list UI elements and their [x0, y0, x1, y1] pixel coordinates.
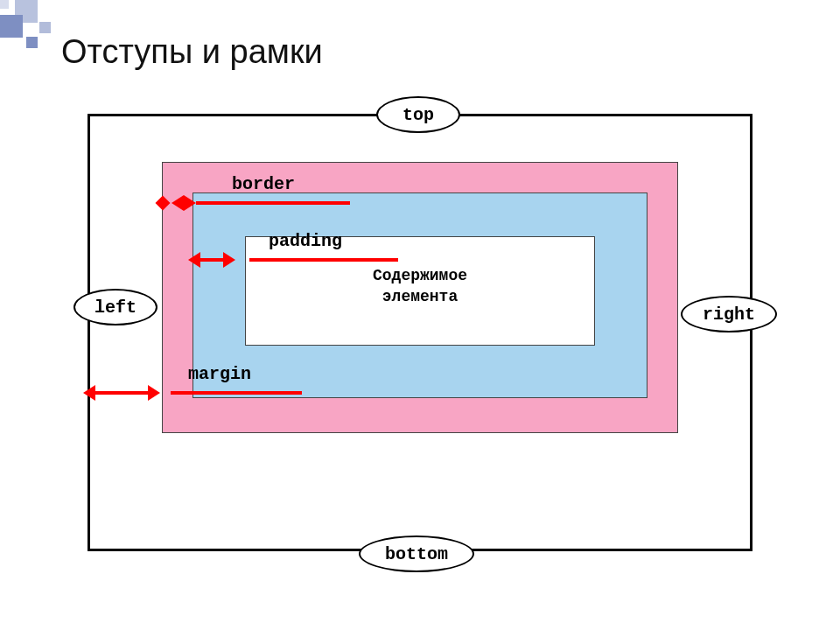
- side-right-text: right: [703, 304, 755, 325]
- content-text: Содержимое элемента: [246, 265, 594, 308]
- slide-title: Отступы и рамки: [61, 33, 323, 71]
- label-underline: [171, 391, 302, 395]
- side-label-top: top: [376, 96, 460, 133]
- slide: Отступы и рамки Содержимое элемента top …: [0, 0, 840, 630]
- arrow-line: [200, 258, 223, 262]
- arrowhead-right-icon: [184, 195, 196, 211]
- arrowhead-left-icon: [83, 385, 95, 401]
- diamond-icon: [156, 196, 171, 211]
- padding-label: padding: [269, 231, 342, 251]
- arrowhead-right-icon: [148, 385, 160, 401]
- side-label-bottom: bottom: [359, 536, 474, 572]
- side-top-text: top: [402, 105, 434, 125]
- side-label-right: right: [681, 296, 777, 332]
- label-underline: [249, 258, 398, 262]
- arrow-line: [196, 201, 214, 205]
- arrowhead-right-icon: [223, 252, 235, 268]
- arrowhead-left-icon: [188, 252, 200, 268]
- side-left-text: left: [94, 298, 136, 318]
- border-label: border: [232, 174, 295, 194]
- side-bottom-text: bottom: [385, 544, 448, 564]
- content-line-1: Содержимое: [373, 267, 467, 284]
- margin-span-arrow: margin: [83, 385, 311, 401]
- box-model-diagram: Содержимое элемента top bottom left righ…: [88, 114, 752, 551]
- arrowhead-left-icon: [172, 195, 184, 211]
- margin-label: margin: [188, 364, 251, 384]
- padding-span-arrow: padding: [188, 252, 389, 268]
- border-span-arrow: border: [158, 195, 350, 211]
- label-underline: [214, 201, 350, 205]
- content-line-2: элемента: [382, 288, 458, 305]
- arrow-line: [95, 391, 148, 395]
- side-label-left: left: [74, 289, 158, 326]
